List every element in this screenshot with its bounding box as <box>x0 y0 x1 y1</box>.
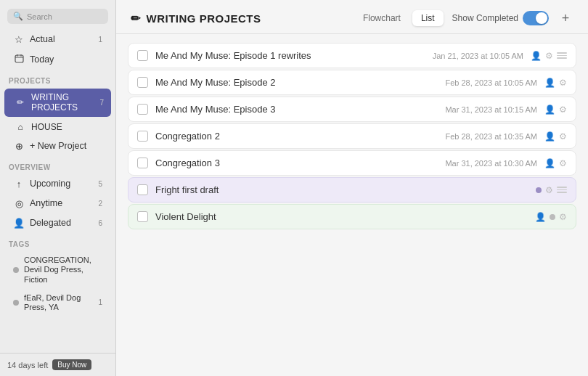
task-name: Congregation 3 <box>155 158 438 168</box>
task-checkbox[interactable] <box>137 50 148 61</box>
delegated-label: Delegated <box>30 218 93 229</box>
task-item[interactable]: Congregation 2Feb 28, 2023 at 10:35 AM👤⚙ <box>128 123 576 149</box>
writing-projects-icon: ✏ <box>15 97 26 107</box>
task-actions: 👤⚙ <box>544 131 567 142</box>
settings-icon[interactable]: ⚙ <box>559 212 567 222</box>
task-date: Feb 28, 2023 at 10:05 AM <box>445 78 537 87</box>
upcoming-badge: 5 <box>98 180 102 188</box>
task-name: Violent Delight <box>155 211 528 222</box>
task-actions: 👤⚙ <box>535 212 567 222</box>
list-view-button[interactable]: List <box>412 10 444 26</box>
person-icon[interactable]: 👤 <box>544 78 555 88</box>
today-label: Today <box>30 54 102 65</box>
tag1-dot <box>13 267 19 273</box>
writing-projects-badge: 7 <box>99 99 104 107</box>
main-header: ✏ WRITING PROJECTS Flowchart List Show C… <box>116 0 588 34</box>
settings-icon[interactable]: ⚙ <box>559 158 567 168</box>
svg-rect-0 <box>15 55 23 62</box>
sidebar-item-house[interactable]: ⌂ HOUSE <box>4 118 111 136</box>
search-bar[interactable]: 🔍 Search <box>7 9 108 24</box>
search-icon: 🔍 <box>13 12 23 21</box>
task-item[interactable]: Violent Delight👤⚙ <box>128 204 576 229</box>
main-title-container: ✏ WRITING PROJECTS <box>131 12 261 25</box>
task-checkbox[interactable] <box>137 104 148 115</box>
sidebar-item-tag2[interactable]: fEaR, Devil Dog Press, YA 1 <box>4 290 111 316</box>
task-checkbox[interactable] <box>137 77 148 88</box>
task-checkbox[interactable] <box>137 211 148 222</box>
person-icon[interactable]: 👤 <box>531 51 542 61</box>
search-placeholder: Search <box>27 12 52 21</box>
task-date: Jan 21, 2023 at 10:05 AM <box>433 52 523 60</box>
main-content: ✏ WRITING PROJECTS Flowchart List Show C… <box>116 0 588 376</box>
task-list: Me And My Muse: Episode 1 rewritesJan 21… <box>116 34 588 376</box>
task-date: Feb 28, 2023 at 10:35 AM <box>445 132 537 141</box>
person-icon[interactable]: 👤 <box>544 105 555 115</box>
task-checkbox[interactable] <box>137 131 148 142</box>
new-project-button[interactable]: ⊕ + New Project <box>4 137 111 155</box>
task-dot <box>536 187 542 193</box>
settings-icon[interactable]: ⚙ <box>545 51 553 61</box>
tag2-label: fEaR, Devil Dog Press, YA <box>24 293 93 312</box>
sidebar-top: 🔍 Search <box>0 0 115 30</box>
new-project-icon: ⊕ <box>13 141 25 152</box>
sidebar-item-upcoming[interactable]: ↑ Upcoming 5 <box>4 175 111 193</box>
task-actions: ⚙ <box>536 185 567 195</box>
task-item[interactable]: Me And My Muse: Episode 1 rewritesJan 21… <box>128 43 576 68</box>
anytime-badge: 2 <box>98 200 102 208</box>
task-name: Fright first draft <box>155 184 528 195</box>
task-name: Me And My Muse: Episode 1 rewrites <box>155 50 425 61</box>
settings-icon[interactable]: ⚙ <box>545 185 553 195</box>
sidebar-item-today[interactable]: Today <box>4 50 111 69</box>
delegated-icon: 👤 <box>13 218 25 229</box>
sidebar-item-writing-projects[interactable]: ✏ WRITING PROJECTS 7 <box>4 89 111 117</box>
task-checkbox[interactable] <box>137 158 148 168</box>
upcoming-label: Upcoming <box>30 179 93 189</box>
settings-icon[interactable]: ⚙ <box>559 105 567 115</box>
settings-icon[interactable]: ⚙ <box>559 131 567 142</box>
task-name: Me And My Muse: Episode 3 <box>155 104 438 115</box>
trial-bar: 14 days left Buy Now <box>0 353 115 376</box>
task-item[interactable]: Me And My Muse: Episode 3Mar 31, 2023 at… <box>128 97 576 122</box>
projects-section-label: Projects <box>0 70 115 88</box>
settings-icon[interactable]: ⚙ <box>559 78 567 88</box>
task-actions: 👤⚙ <box>544 105 567 115</box>
tag2-badge: 1 <box>98 298 102 306</box>
anytime-label: Anytime <box>30 198 93 209</box>
sidebar-item-tag1[interactable]: CONGREGATION, Devil Dog Press, Fiction <box>4 252 111 288</box>
writing-projects-label: WRITING PROJECTS <box>31 92 94 113</box>
add-task-button[interactable]: + <box>558 10 573 26</box>
task-checkbox[interactable] <box>137 184 148 195</box>
sidebar-item-delegated[interactable]: 👤 Delegated 6 <box>4 214 111 232</box>
sidebar: 🔍 Search ☆ Actual 1 Today Projects ✏ WRI… <box>0 0 116 376</box>
tags-section-label: Tags <box>0 233 115 251</box>
today-icon <box>13 54 25 65</box>
upcoming-icon: ↑ <box>13 179 25 189</box>
page-title: WRITING PROJECTS <box>147 12 261 25</box>
show-completed-label: Show Completed <box>452 13 518 23</box>
flowchart-view-button[interactable]: Flowchart <box>354 10 409 26</box>
task-actions: 👤⚙ <box>531 51 567 61</box>
title-icon: ✏ <box>131 12 141 25</box>
task-date: Mar 31, 2023 at 10:15 AM <box>445 105 537 114</box>
task-actions: 👤⚙ <box>544 158 567 168</box>
task-item[interactable]: Me And My Muse: Episode 2Feb 28, 2023 at… <box>128 70 576 95</box>
drag-handle[interactable] <box>557 185 567 195</box>
show-completed-toggle[interactable]: Show Completed <box>452 11 549 25</box>
buy-now-button[interactable]: Buy Now <box>52 359 91 370</box>
overview-section-label: Overview <box>0 156 115 174</box>
task-name: Congregation 2 <box>155 131 438 142</box>
actual-label: Actual <box>30 34 93 45</box>
view-toggle: Flowchart List <box>354 10 444 26</box>
drag-handle[interactable] <box>557 51 567 61</box>
trial-label: 14 days left <box>7 361 48 369</box>
house-label: HOUSE <box>31 122 104 132</box>
task-actions: 👤⚙ <box>544 78 567 88</box>
person-icon[interactable]: 👤 <box>535 212 546 222</box>
toggle-switch[interactable] <box>523 11 549 25</box>
sidebar-item-actual[interactable]: ☆ Actual 1 <box>4 30 111 49</box>
sidebar-item-anytime[interactable]: ◎ Anytime 2 <box>4 195 111 213</box>
task-item[interactable]: Fright first draft⚙ <box>128 177 576 203</box>
task-item[interactable]: Congregation 3Mar 31, 2023 at 10:30 AM👤⚙ <box>128 150 576 176</box>
person-icon[interactable]: 👤 <box>544 158 555 168</box>
person-icon[interactable]: 👤 <box>544 131 555 142</box>
